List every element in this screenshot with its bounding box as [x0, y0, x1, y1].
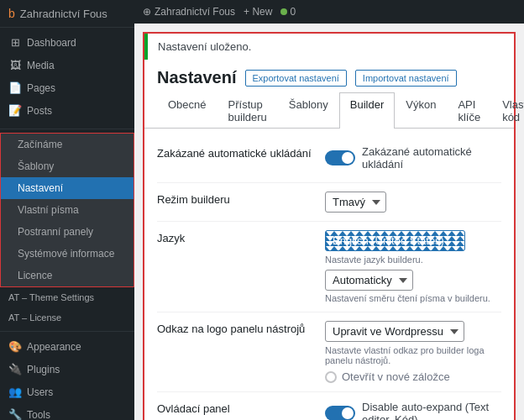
success-notice: Nastavení uloženo. — [144, 34, 514, 60]
vlastni-pisma-label: Vlastní písma — [18, 204, 79, 216]
site-name: Zahradnictví Fous — [155, 6, 235, 18]
content-area: Nastavení uloženo. Nastavení Exportovat … — [134, 24, 524, 420]
sidebar-logo: b Zahradnictví Fous — [0, 0, 134, 28]
licence-label: Licence — [18, 270, 52, 281]
language-label: Jazyk — [157, 230, 325, 244]
sidebar-item-label: Pages — [27, 82, 55, 94]
appearance-label: Appearance — [27, 341, 81, 353]
sidebar-item-media[interactable]: 🖼 Media — [0, 54, 134, 76]
sidebar-item-sablony[interactable]: Šablony — [1, 155, 134, 177]
adminbar-updates[interactable]: 0 — [280, 6, 296, 18]
sidebar-item-zaciname[interactable]: Začínáme — [1, 134, 134, 155]
tab-api[interactable]: API klíče — [447, 92, 491, 129]
export-button[interactable]: Exportovat nastavení — [245, 70, 347, 87]
setting-row-language: Jazyk English (United States) Čeština Na… — [157, 222, 501, 312]
nastaveni-label: Nastavení — [18, 182, 63, 194]
language-control: English (United States) Čeština Nastavte… — [325, 230, 501, 303]
ovladaci-toggle-label-1: Disable auto-expand (Text editor, Kód) — [362, 401, 501, 420]
postranni-label: Postranní panely — [18, 226, 93, 238]
direction-desc: Nastavení směru čtení písma v builderu. — [325, 293, 501, 303]
admin-bar: ⊕ Zahradnictví Fous + New 0 — [134, 0, 524, 24]
bricks-settings-panel: Nastavení uloženo. Nastavení Exportovat … — [143, 32, 516, 420]
adminbar-site[interactable]: ⊕ Zahradnictví Fous — [143, 6, 235, 18]
updates-badge: 0 — [280, 6, 296, 18]
tab-builder[interactable]: Builder — [339, 92, 395, 129]
sidebar-item-at-license[interactable]: AT – License — [0, 307, 134, 328]
sidebar-item-licence[interactable]: Licence — [1, 265, 134, 286]
bricks-logo-icon: b — [8, 7, 15, 20]
plugins-label: Plugins — [27, 364, 60, 375]
ovladaci-toggle-1[interactable] — [325, 406, 355, 420]
media-icon: 🖼 — [8, 59, 22, 71]
open-tab-radio[interactable] — [325, 371, 337, 383]
zaciname-label: Začínáme — [18, 139, 62, 150]
main-area: ⊕ Zahradnictví Fous + New 0 Nastavení ul… — [134, 0, 524, 420]
auto-save-toggle[interactable] — [325, 150, 355, 165]
builder-mode-label: Režim builderu — [157, 192, 325, 206]
success-message: Nastavení uloženo. — [158, 40, 251, 53]
at-license-label: AT – License — [8, 312, 61, 323]
at-theme-label: AT – Theme Settings — [8, 292, 94, 302]
open-tab-row: Otevřít v nové záložce — [325, 370, 501, 383]
plugins-icon: 🔌 — [8, 363, 22, 375]
sidebar-item-posts[interactable]: 📝 Posts — [0, 99, 134, 122]
setting-row-ovladaci: Ovládací panel Disable auto-expand (Text… — [157, 392, 501, 420]
sidebar-item-plugins[interactable]: 🔌 Plugins — [0, 358, 134, 381]
sidebar-item-systemove[interactable]: Systémové informace — [1, 243, 134, 265]
open-tab-label: Otevřít v nové záložce — [342, 370, 450, 383]
users-icon: 👥 — [8, 386, 22, 398]
language-select[interactable]: English (United States) Čeština — [325, 230, 465, 251]
posts-icon: 📝 — [8, 104, 22, 117]
import-button[interactable]: Importovat nastavení — [355, 70, 457, 87]
tab-sablony[interactable]: Šablony — [278, 92, 339, 129]
logo-link-label: Odkaz na logo panelu nástrojů — [157, 321, 325, 335]
auto-save-toggle-row: Zakázané automatické ukládání — [325, 145, 501, 171]
auto-save-label: Zakázané automatické ukládání — [157, 145, 325, 160]
users-label: Users — [27, 386, 53, 398]
sidebar-item-label: Media — [27, 60, 55, 71]
sidebar-item-postranni[interactable]: Postranní panely — [1, 221, 134, 243]
builder-mode-select[interactable]: Tmavý Světlý — [325, 192, 386, 213]
sablony-label: Šablony — [18, 160, 54, 172]
sidebar: b Zahradnictví Fous ⊞ Dashboard 🖼 Media … — [0, 0, 134, 420]
sidebar-item-pages[interactable]: 📄 Pages — [0, 76, 134, 99]
site-name: Zahradnictví Fous — [20, 8, 107, 20]
pages-icon: 📄 — [8, 81, 22, 94]
systemove-label: Systémové informace — [18, 248, 114, 260]
sidebar-item-users[interactable]: 👥 Users — [0, 381, 134, 403]
ovladaci-label: Ovládací panel — [157, 401, 325, 415]
language-desc: Nastavte jazyk builderu. — [325, 255, 501, 265]
sidebar-item-appearance[interactable]: 🎨 Appearance — [0, 335, 134, 358]
tools-label: Tools — [27, 409, 50, 421]
settings-body: Zakázané automatické ukládání Zakázané a… — [144, 129, 514, 420]
setting-row-logo-link: Odkaz na logo panelu nástrojů Upravit ve… — [157, 312, 501, 392]
tab-vykon[interactable]: Výkon — [395, 92, 447, 129]
page-title-area: Nastavení Exportovat nastavení Importova… — [144, 60, 514, 92]
setting-row-auto-save: Zakázané automatické ukládání Zakázané a… — [157, 137, 501, 183]
logo-link-control: Upravit ve Wordpressu Vlastní URL Nastav… — [325, 321, 501, 383]
sidebar-item-dashboard[interactable]: ⊞ Dashboard — [0, 31, 134, 54]
dashboard-icon: ⊞ — [8, 36, 22, 49]
tab-obecne[interactable]: Obecné — [157, 92, 217, 129]
sidebar-item-label: Posts — [27, 105, 52, 117]
ovladaci-control: Disable auto-expand (Text editor, Kód) Z… — [325, 401, 501, 420]
setting-row-builder-mode: Režim builderu Tmavý Světlý — [157, 183, 501, 222]
adminbar-new[interactable]: + New — [244, 6, 272, 18]
bricks-submenu: Začínáme Šablony Nastavení Vlastní písma… — [0, 133, 134, 287]
appearance-icon: 🎨 — [8, 340, 22, 353]
direction-select[interactable]: Automaticky LTR RTL — [325, 270, 413, 291]
sidebar-item-nastaveni[interactable]: Nastavení — [1, 177, 134, 199]
wp-logo-icon: ⊕ — [143, 6, 151, 18]
builder-mode-control: Tmavý Světlý — [325, 192, 501, 213]
tab-pristup[interactable]: Přístup builderu — [217, 92, 278, 129]
settings-tabs: Obecné Přístup builderu Šablony Builder … — [144, 92, 514, 129]
sidebar-item-vlastni-pisma[interactable]: Vlastní písma — [1, 199, 134, 221]
sidebar-item-at-theme[interactable]: AT – Theme Settings — [0, 287, 134, 307]
tab-vlastni-kod[interactable]: Vlastní kód — [491, 92, 524, 129]
logo-link-desc: Nastavte vlastní odkaz pro builder loga … — [325, 345, 501, 365]
sidebar-item-tools[interactable]: 🔧 Tools — [0, 403, 134, 420]
auto-save-control: Zakázané automatické ukládání — [325, 145, 501, 174]
circle-icon — [280, 8, 287, 15]
sidebar-item-label: Dashboard — [27, 37, 76, 49]
logo-link-select[interactable]: Upravit ve Wordpressu Vlastní URL — [325, 321, 464, 342]
